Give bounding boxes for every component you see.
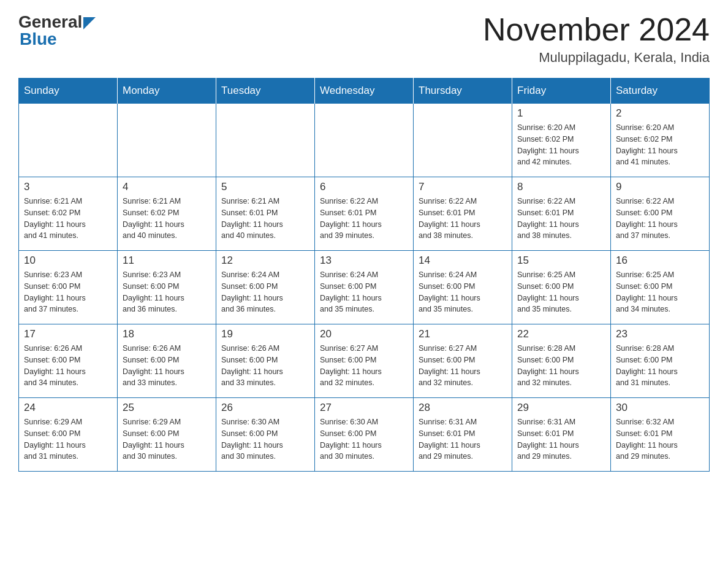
month-title: November 2024: [483, 12, 710, 47]
calendar-cell: 9Sunrise: 6:22 AMSunset: 6:00 PMDaylight…: [611, 177, 710, 251]
calendar-day-header-sunday: Sunday: [19, 79, 118, 104]
calendar-cell: 18Sunrise: 6:26 AMSunset: 6:00 PMDayligh…: [118, 324, 216, 398]
day-number: 11: [123, 255, 211, 267]
day-info: Sunrise: 6:32 AMSunset: 6:01 PMDaylight:…: [616, 416, 704, 462]
day-info: Sunrise: 6:26 AMSunset: 6:00 PMDaylight:…: [123, 343, 211, 389]
day-number: 30: [616, 402, 704, 414]
calendar-cell: 3Sunrise: 6:21 AMSunset: 6:02 PMDaylight…: [19, 177, 118, 251]
logo: General Blue: [18, 12, 96, 49]
day-number: 27: [320, 402, 408, 414]
day-info: Sunrise: 6:27 AMSunset: 6:00 PMDaylight:…: [419, 343, 507, 389]
day-info: Sunrise: 6:24 AMSunset: 6:00 PMDaylight:…: [221, 269, 309, 315]
day-number: 19: [221, 328, 309, 340]
day-info: Sunrise: 6:24 AMSunset: 6:00 PMDaylight:…: [320, 269, 408, 315]
day-number: 26: [221, 402, 309, 414]
day-number: 3: [24, 181, 112, 193]
calendar-cell: 4Sunrise: 6:21 AMSunset: 6:02 PMDaylight…: [118, 177, 216, 251]
day-number: 5: [221, 181, 309, 193]
day-info: Sunrise: 6:31 AMSunset: 6:01 PMDaylight:…: [517, 416, 605, 462]
calendar-cell: 7Sunrise: 6:22 AMSunset: 6:01 PMDaylight…: [414, 177, 512, 251]
day-number: 20: [320, 328, 408, 340]
calendar-cell: [216, 104, 315, 177]
day-number: 7: [419, 181, 507, 193]
day-info: Sunrise: 6:29 AMSunset: 6:00 PMDaylight:…: [24, 416, 112, 462]
day-info: Sunrise: 6:26 AMSunset: 6:00 PMDaylight:…: [221, 343, 309, 389]
calendar-cell: 26Sunrise: 6:30 AMSunset: 6:00 PMDayligh…: [216, 398, 315, 472]
calendar-cell: 23Sunrise: 6:28 AMSunset: 6:00 PMDayligh…: [611, 324, 710, 398]
page-header: General Blue November 2024 Muluppilagadu…: [18, 12, 710, 66]
day-number: 8: [517, 181, 605, 193]
day-info: Sunrise: 6:24 AMSunset: 6:00 PMDaylight:…: [419, 269, 507, 315]
day-number: 17: [24, 328, 112, 340]
day-info: Sunrise: 6:25 AMSunset: 6:00 PMDaylight:…: [616, 269, 704, 315]
calendar-week-row: 10Sunrise: 6:23 AMSunset: 6:00 PMDayligh…: [19, 251, 710, 324]
calendar-cell: 2Sunrise: 6:20 AMSunset: 6:02 PMDaylight…: [611, 104, 710, 177]
calendar-cell: 29Sunrise: 6:31 AMSunset: 6:01 PMDayligh…: [512, 398, 611, 472]
calendar-day-header-tuesday: Tuesday: [216, 79, 315, 104]
calendar-cell: 14Sunrise: 6:24 AMSunset: 6:00 PMDayligh…: [414, 251, 512, 324]
day-info: Sunrise: 6:22 AMSunset: 6:00 PMDaylight:…: [616, 196, 704, 242]
calendar-cell: 8Sunrise: 6:22 AMSunset: 6:01 PMDaylight…: [512, 177, 611, 251]
logo-blue-text: Blue: [20, 29, 57, 49]
calendar-week-row: 17Sunrise: 6:26 AMSunset: 6:00 PMDayligh…: [19, 324, 710, 398]
day-info: Sunrise: 6:27 AMSunset: 6:00 PMDaylight:…: [320, 343, 408, 389]
day-number: 15: [517, 255, 605, 267]
calendar-cell: 22Sunrise: 6:28 AMSunset: 6:00 PMDayligh…: [512, 324, 611, 398]
calendar-cell: 21Sunrise: 6:27 AMSunset: 6:00 PMDayligh…: [414, 324, 512, 398]
calendar-cell: 13Sunrise: 6:24 AMSunset: 6:00 PMDayligh…: [315, 251, 414, 324]
day-number: 24: [24, 402, 112, 414]
day-number: 4: [123, 181, 211, 193]
calendar-week-row: 24Sunrise: 6:29 AMSunset: 6:00 PMDayligh…: [19, 398, 710, 472]
calendar-cell: 25Sunrise: 6:29 AMSunset: 6:00 PMDayligh…: [118, 398, 216, 472]
calendar-day-header-friday: Friday: [512, 79, 611, 104]
calendar-cell: 10Sunrise: 6:23 AMSunset: 6:00 PMDayligh…: [19, 251, 118, 324]
day-number: 10: [24, 255, 112, 267]
calendar-cell: 11Sunrise: 6:23 AMSunset: 6:00 PMDayligh…: [118, 251, 216, 324]
day-info: Sunrise: 6:21 AMSunset: 6:02 PMDaylight:…: [123, 196, 211, 242]
calendar-cell: 24Sunrise: 6:29 AMSunset: 6:00 PMDayligh…: [19, 398, 118, 472]
day-number: 6: [320, 181, 408, 193]
day-info: Sunrise: 6:23 AMSunset: 6:00 PMDaylight:…: [123, 269, 211, 315]
calendar-table: SundayMondayTuesdayWednesdayThursdayFrid…: [18, 78, 710, 472]
calendar-cell: 15Sunrise: 6:25 AMSunset: 6:00 PMDayligh…: [512, 251, 611, 324]
calendar-cell: [118, 104, 216, 177]
day-info: Sunrise: 6:23 AMSunset: 6:00 PMDaylight:…: [24, 269, 112, 315]
calendar-day-header-monday: Monday: [118, 79, 216, 104]
calendar-cell: 20Sunrise: 6:27 AMSunset: 6:00 PMDayligh…: [315, 324, 414, 398]
day-number: 1: [517, 107, 605, 120]
day-number: 12: [221, 255, 309, 267]
calendar-cell: 6Sunrise: 6:22 AMSunset: 6:01 PMDaylight…: [315, 177, 414, 251]
day-number: 16: [616, 255, 704, 267]
day-number: 2: [616, 107, 704, 120]
day-number: 28: [419, 402, 507, 414]
calendar-cell: 12Sunrise: 6:24 AMSunset: 6:00 PMDayligh…: [216, 251, 315, 324]
day-info: Sunrise: 6:28 AMSunset: 6:00 PMDaylight:…: [517, 343, 605, 389]
day-info: Sunrise: 6:29 AMSunset: 6:00 PMDaylight:…: [123, 416, 211, 462]
calendar-cell: 28Sunrise: 6:31 AMSunset: 6:01 PMDayligh…: [414, 398, 512, 472]
day-info: Sunrise: 6:20 AMSunset: 6:02 PMDaylight:…: [517, 122, 605, 168]
day-info: Sunrise: 6:25 AMSunset: 6:00 PMDaylight:…: [517, 269, 605, 315]
day-number: 29: [517, 402, 605, 414]
day-info: Sunrise: 6:31 AMSunset: 6:01 PMDaylight:…: [419, 416, 507, 462]
calendar-cell: 30Sunrise: 6:32 AMSunset: 6:01 PMDayligh…: [611, 398, 710, 472]
calendar-day-header-thursday: Thursday: [414, 79, 512, 104]
day-info: Sunrise: 6:30 AMSunset: 6:00 PMDaylight:…: [320, 416, 408, 462]
day-number: 25: [123, 402, 211, 414]
day-number: 9: [616, 181, 704, 193]
day-number: 23: [616, 328, 704, 340]
calendar-header-row: SundayMondayTuesdayWednesdayThursdayFrid…: [19, 79, 710, 104]
day-number: 14: [419, 255, 507, 267]
calendar-cell: 17Sunrise: 6:26 AMSunset: 6:00 PMDayligh…: [19, 324, 118, 398]
calendar-cell: 5Sunrise: 6:21 AMSunset: 6:01 PMDaylight…: [216, 177, 315, 251]
day-info: Sunrise: 6:22 AMSunset: 6:01 PMDaylight:…: [517, 196, 605, 242]
calendar-cell: [414, 104, 512, 177]
day-number: 18: [123, 328, 211, 340]
day-number: 22: [517, 328, 605, 340]
calendar-cell: 19Sunrise: 6:26 AMSunset: 6:00 PMDayligh…: [216, 324, 315, 398]
svg-marker-0: [83, 17, 96, 29]
calendar-day-header-wednesday: Wednesday: [315, 79, 414, 104]
location-text: Muluppilagadu, Kerala, India: [483, 50, 710, 66]
calendar-cell: 16Sunrise: 6:25 AMSunset: 6:00 PMDayligh…: [611, 251, 710, 324]
calendar-cell: 1Sunrise: 6:20 AMSunset: 6:02 PMDaylight…: [512, 104, 611, 177]
calendar-week-row: 1Sunrise: 6:20 AMSunset: 6:02 PMDaylight…: [19, 104, 710, 177]
